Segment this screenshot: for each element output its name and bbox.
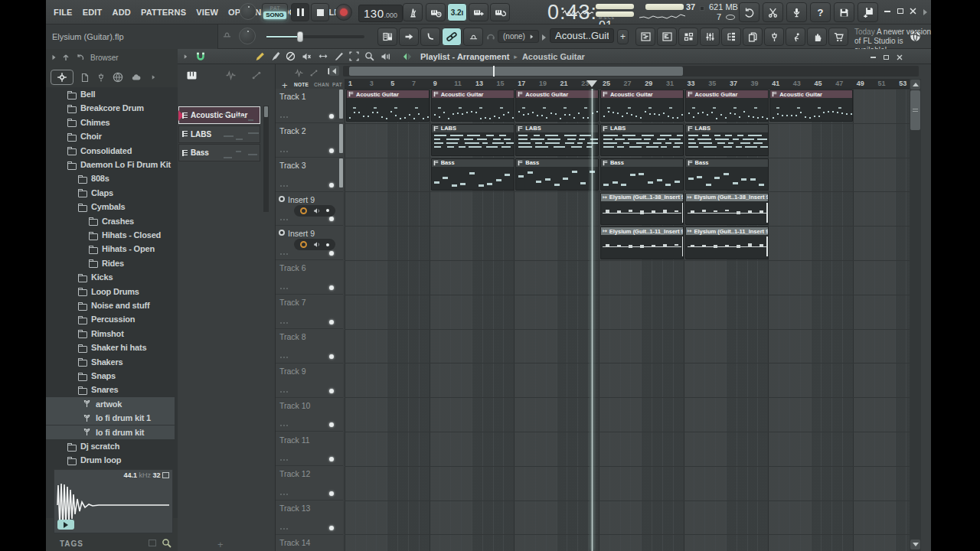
filter-label-note[interactable]: NOTE (294, 82, 309, 87)
pattern-clip-labs[interactable]: LABS (515, 124, 599, 156)
playlist-breadcrumb[interactable]: Playlist - Arrangement (420, 52, 509, 61)
pattern-clip-acoustic-guitar[interactable]: Acoustic Guitar (431, 90, 514, 122)
track-header-10[interactable]: Track 10 (276, 398, 343, 432)
zoom-tool-icon[interactable] (364, 51, 374, 61)
mute-tool-icon[interactable] (301, 52, 312, 61)
master-pitch-knob[interactable] (239, 28, 256, 44)
browser-menu-icon[interactable] (53, 55, 56, 60)
browser-item-snares[interactable]: Snares (46, 383, 175, 396)
track-mute-led[interactable] (329, 354, 334, 359)
shop-button[interactable] (828, 28, 848, 46)
song-label[interactable]: SONG (263, 11, 286, 19)
menu-item-edit[interactable]: EDIT (83, 8, 103, 17)
arrangement-monitor-icon[interactable] (402, 52, 413, 61)
menu-item-view[interactable]: VIEW (196, 8, 218, 17)
pat-label[interactable]: PAT (270, 5, 280, 11)
browser-item-hihats-open[interactable]: Hihats - Open (46, 242, 175, 256)
playlist-breadcrumb-sub[interactable]: Acoustic Guitar (522, 52, 585, 61)
pattern-item-acoustic-guitar[interactable]: Acoustic Guitar (178, 106, 260, 124)
pattern-item-labs[interactable]: LABS (178, 126, 260, 143)
pattern-clip-acoustic-guitar[interactable]: Acoustic Guitar (346, 90, 430, 122)
touch-controller-button[interactable] (807, 28, 827, 46)
track-grip[interactable] (280, 253, 282, 255)
vscroll-up-button[interactable] (910, 80, 920, 90)
track-mute-led[interactable] (329, 389, 334, 393)
track-grip[interactable] (280, 528, 282, 530)
add-pattern-button[interactable]: + (617, 29, 629, 44)
browser-item-consolidated[interactable]: Consolidated (46, 144, 175, 158)
track-header-2[interactable]: Track 2 (276, 123, 343, 158)
track-speaker-icon[interactable] (313, 241, 321, 248)
browser-item-daemon-lo-fi-drum-kit[interactable]: Daemon Lo Fi Drum Kit (46, 158, 175, 171)
slice-tool-icon[interactable] (334, 51, 344, 61)
shuttle-slider[interactable] (266, 35, 364, 38)
browser-item-breakcore-drum[interactable]: Breakcore Drum (46, 101, 175, 115)
track-grip[interactable] (280, 459, 282, 461)
playlist-close-button[interactable] (894, 53, 904, 61)
track-controls[interactable] (294, 205, 335, 217)
browser-item-lo-fi-drum-kit-1[interactable]: lo fi drum kit 1 (46, 411, 175, 425)
close-button[interactable] (908, 7, 918, 15)
audio-clip-elysium-guit-1-38-insert-9[interactable]: ↦Elysium (Guit..1-38_Insert 9 (600, 193, 684, 225)
browser-item-shakers[interactable]: Shakers (46, 355, 175, 369)
track-record-dot[interactable] (326, 209, 329, 212)
track-header-3[interactable]: Track 3 (276, 158, 343, 192)
browser-item-drum-loop[interactable]: Drum loop (46, 453, 175, 467)
cut-tool-button[interactable] (763, 2, 783, 22)
track-header-7[interactable]: Track 7 (276, 295, 343, 329)
pattern-clip-bass[interactable]: Bass (600, 158, 684, 191)
main-volume-knob[interactable] (240, 3, 256, 20)
track-header-9[interactable]: Track 9 (276, 364, 343, 398)
remote-control-button[interactable] (786, 28, 805, 46)
piano-roll-panel-button[interactable] (657, 28, 677, 46)
browser-item-loop-drums[interactable]: Loop Drums (46, 285, 175, 298)
browser-item-hihats-closed[interactable]: Hihats - Closed (46, 228, 175, 242)
hscroll-left-button[interactable] (329, 66, 339, 76)
playlist-vscrollbar[interactable] (910, 79, 921, 551)
loop-record-button[interactable] (490, 3, 510, 21)
tags-search-icon[interactable] (162, 538, 172, 548)
pattern-selector[interactable]: Acoust..Guitar (550, 28, 614, 43)
browser-tab-online[interactable] (113, 72, 123, 83)
track-header-8[interactable]: Track 8 (276, 329, 343, 364)
track-mute-led[interactable] (329, 148, 334, 153)
timeline-ruler[interactable]: 1357911131517192123252729313335373941434… (345, 79, 910, 89)
filter-label-chan[interactable]: CHAN (314, 82, 329, 87)
track-mute-led[interactable] (329, 491, 334, 496)
track-header-1[interactable]: Track 1 (276, 89, 343, 123)
playhead-marker[interactable] (586, 80, 597, 87)
track-grip[interactable] (280, 425, 282, 426)
track-speaker-icon[interactable] (313, 207, 321, 214)
picker-add-icon[interactable]: + (217, 539, 224, 550)
audio-clip-elysium-guit-1-38-insert-9[interactable]: ↦Elysium (Guit..1-38_Insert 9 (685, 193, 769, 225)
track-grip[interactable] (280, 322, 282, 324)
pattern-clip-bass[interactable]: Bass (431, 158, 514, 191)
browser-panel-button[interactable] (721, 28, 741, 46)
slide-notes-button[interactable] (420, 28, 440, 46)
browser-item-bell[interactable]: Bell (46, 87, 175, 101)
browser-item-shaker-hi-hats[interactable]: Shaker hi hats (46, 341, 175, 354)
browser-item-rimshot[interactable]: Rimshot (46, 327, 175, 341)
pattern-clip-acoustic-guitar[interactable]: Acoustic Guitar (685, 90, 769, 122)
browser-item-claps[interactable]: Claps (46, 186, 175, 200)
browser-up-icon[interactable] (62, 54, 70, 61)
minimize-button[interactable] (882, 7, 892, 15)
pattern-clip-acoustic-guitar[interactable]: Acoustic Guitar (515, 90, 599, 122)
browser-back-icon[interactable] (76, 54, 84, 61)
pattern-clip-labs[interactable]: LABS (431, 124, 514, 156)
browser-item-lo-fi-drum-kit[interactable]: lo fi drum kit (46, 425, 175, 439)
track-pan-knob[interactable] (300, 241, 307, 248)
pattern-clip-bass[interactable]: Bass (515, 158, 599, 191)
browser-tab-cloud[interactable] (130, 73, 142, 82)
track-grip[interactable] (280, 116, 282, 118)
browser-item-choir[interactable]: Choir (46, 129, 175, 143)
track-grip[interactable] (280, 288, 282, 289)
channel-rack-button[interactable] (678, 28, 698, 46)
tempo-display[interactable]: 130.000 (358, 5, 403, 22)
pause-button[interactable] (291, 3, 309, 21)
select-tool-icon[interactable] (349, 51, 359, 61)
track-mute-led[interactable] (329, 114, 334, 119)
playlist-minimize-button[interactable] (868, 53, 878, 61)
audio-clip-elysium-guit-1-11-insert-9[interactable]: ↦Elysium (Guit..1-11_Insert 9 (685, 227, 769, 259)
pattern-item-bass[interactable]: Bass (178, 144, 260, 161)
